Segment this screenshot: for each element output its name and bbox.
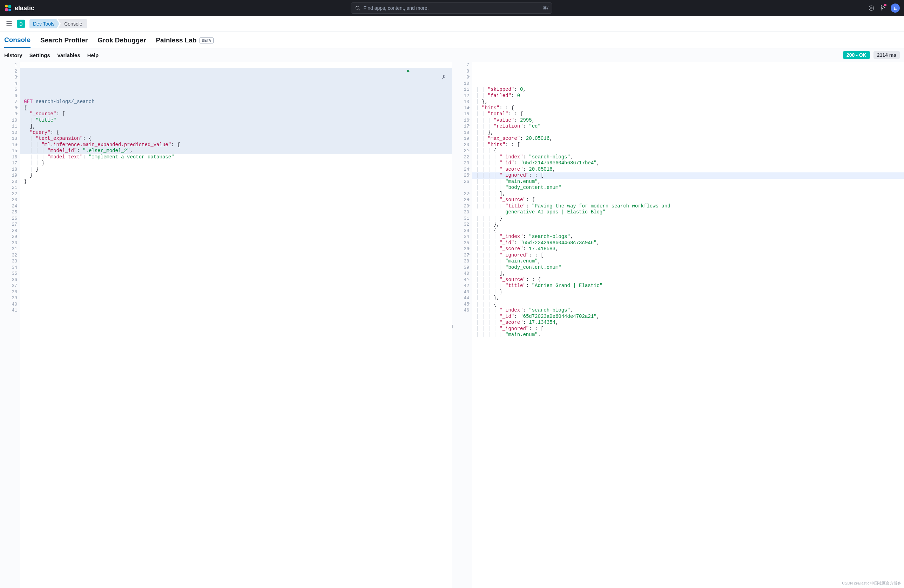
request-gutter: 123▾4▾56▾7▾8▾9▾101112▾13▾14▾15▾161718192…: [0, 62, 21, 588]
pane-resize-handle[interactable]: ||: [452, 324, 452, 328]
svg-point-2: [5, 8, 8, 11]
response-status: 200 - OK: [843, 51, 870, 59]
response-gutter: 789▾10▾11▾121314▾1516▾17▾18192021▾222324…: [452, 62, 473, 588]
sub-header: D Dev Tools Console: [0, 16, 904, 32]
breadcrumb: Dev Tools Console: [30, 19, 87, 28]
watermark: CSDN @Elastic 中国社区官方博客: [842, 581, 901, 586]
search-icon: [354, 5, 361, 11]
svg-point-6: [869, 6, 874, 11]
tab-search-profiler[interactable]: Search Profiler: [40, 36, 88, 48]
elastic-cluster-icon: [4, 4, 12, 12]
wrench-icon: [441, 74, 447, 80]
response-viewer[interactable]: 789▾10▾11▾121314▾1516▾17▾18192021▾222324…: [452, 62, 904, 588]
elastic-logo[interactable]: elastic: [4, 4, 34, 12]
tab-console[interactable]: Console: [4, 36, 30, 48]
menu-settings[interactable]: Settings: [30, 52, 50, 58]
console-editors: || 123▾4▾56▾7▾8▾9▾101112▾13▾14▾15▾161718…: [0, 62, 904, 588]
svg-point-1: [8, 5, 11, 8]
breadcrumb-console: Console: [58, 19, 87, 28]
nav-toggle-button[interactable]: [6, 20, 13, 28]
tab-grok-debugger[interactable]: Grok Debugger: [98, 36, 146, 48]
run-request-button[interactable]: ▶: [407, 68, 410, 88]
menu-variables[interactable]: Variables: [57, 52, 80, 58]
user-avatar[interactable]: E: [891, 3, 900, 13]
global-search[interactable]: ⌘/: [351, 2, 552, 14]
beta-badge: BETA: [199, 38, 213, 43]
response-code: | | "skipped": 0,| | "failed": 0| },| "h…: [473, 62, 904, 588]
request-code[interactable]: ▶ GET search-blogs/_search{ "_source": […: [21, 62, 452, 588]
svg-point-0: [5, 5, 8, 7]
svg-line-5: [359, 9, 359, 10]
response-time: 2114 ms: [874, 51, 900, 59]
request-options-button[interactable]: [412, 68, 447, 88]
tab-painless-lab[interactable]: Painless Lab BETA: [156, 36, 213, 48]
svg-point-7: [871, 7, 872, 9]
brand-text: elastic: [15, 5, 34, 12]
newsfeed-button[interactable]: [879, 5, 886, 12]
notification-dot: [884, 4, 887, 6]
search-shortcut: ⌘/: [543, 6, 548, 11]
global-header: elastic ⌘/ E: [0, 0, 904, 16]
svg-point-3: [8, 9, 11, 11]
console-toolbar: History Settings Variables Help 200 - OK…: [0, 48, 904, 62]
menu-history[interactable]: History: [4, 52, 22, 58]
svg-point-4: [356, 6, 359, 9]
request-editor[interactable]: 123▾4▾56▾7▾8▾9▾101112▾13▾14▾15▾161718192…: [0, 62, 452, 588]
help-icon[interactable]: [868, 5, 874, 11]
app-badge[interactable]: D: [17, 20, 25, 28]
search-input[interactable]: [363, 5, 541, 11]
menu-help[interactable]: Help: [87, 52, 99, 58]
hamburger-icon: [6, 20, 13, 27]
breadcrumb-dev-tools[interactable]: Dev Tools: [30, 19, 59, 28]
dev-tools-tabs: Console Search Profiler Grok Debugger Pa…: [0, 32, 904, 48]
